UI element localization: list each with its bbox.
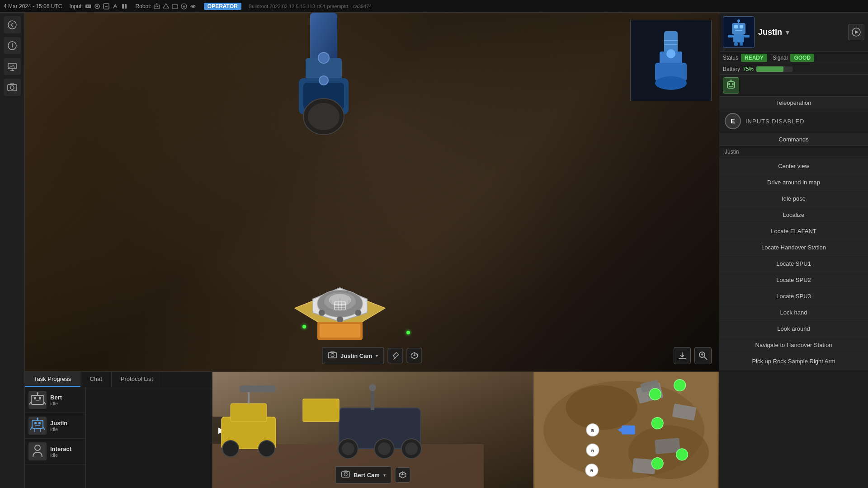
cmd-localize[interactable]: Localize xyxy=(719,207,868,223)
signal-value: GOOD xyxy=(790,54,814,62)
robot-header: Justin ▾ xyxy=(719,13,868,52)
cmd-pickup-rock[interactable]: Pick up Rock Sample Right Arm xyxy=(719,353,868,370)
justin-info: Justin idle xyxy=(50,420,82,432)
robot-icon-4 xyxy=(180,3,188,10)
main-cam-chevron: ▾ xyxy=(376,353,378,358)
bert-avatar xyxy=(28,391,47,409)
svg-line-91 xyxy=(43,427,45,430)
robot-label: Robot: xyxy=(135,3,196,10)
back-button[interactable] xyxy=(4,16,21,33)
interact-avatar xyxy=(28,442,47,460)
cube-button[interactable] xyxy=(406,348,422,363)
bert-cam-panel: ▶ xyxy=(212,372,533,488)
svg-line-90 xyxy=(30,427,32,430)
cmd-look-around[interactable]: Look around xyxy=(719,321,868,337)
left-sidebar: i xyxy=(0,13,25,488)
svg-rect-8 xyxy=(122,4,124,9)
cmd-locate-elafant[interactable]: Locate ELAFANT xyxy=(719,223,868,239)
svg-rect-84 xyxy=(32,420,43,428)
robot-mode-button[interactable] xyxy=(723,77,739,94)
input-label: Input: xyxy=(69,3,128,10)
svg-rect-151 xyxy=(740,42,743,46)
battery-bar-fill xyxy=(756,66,783,72)
svg-rect-148 xyxy=(728,35,733,38)
tab-protocol-list[interactable]: Protocol List xyxy=(112,372,163,387)
svg-point-60 xyxy=(666,49,675,58)
svg-line-73 xyxy=(704,357,707,360)
video-controls-tr xyxy=(674,347,712,364)
bert-name: Bert xyxy=(50,394,82,401)
status-value: READY xyxy=(741,54,767,62)
svg-point-36 xyxy=(318,52,329,63)
cmd-drive-around-map[interactable]: Drive around in map xyxy=(719,174,868,191)
robot-icon-5 xyxy=(189,3,197,10)
cmd-idle-pose[interactable]: Idle pose xyxy=(719,191,868,207)
robot-icon-1 xyxy=(153,3,160,10)
e-stop-label: E xyxy=(731,117,735,125)
pin-button[interactable] xyxy=(387,348,403,363)
svg-point-137 xyxy=(674,380,686,391)
cam-icon xyxy=(328,350,337,361)
bert-cube-button[interactable] xyxy=(395,467,410,483)
svg-point-155 xyxy=(732,83,734,85)
cmd-navigate-handover-station[interactable]: Navigate to Handover Station xyxy=(719,337,868,353)
svg-rect-1 xyxy=(87,5,88,7)
svg-point-102 xyxy=(378,442,391,455)
svg-point-45 xyxy=(355,310,361,316)
svg-rect-78 xyxy=(39,397,41,399)
interact-info: Interact idle xyxy=(50,446,82,458)
svg-rect-86 xyxy=(38,422,41,424)
interact-status: idle xyxy=(50,452,82,458)
cmd-locate-handover-station[interactable]: Locate Handover Station xyxy=(719,239,868,256)
svg-rect-0 xyxy=(85,5,91,8)
tab-task-progress[interactable]: Task Progress xyxy=(25,372,80,387)
signal-label: Signal xyxy=(773,55,788,61)
monitor-button[interactable] xyxy=(4,58,21,75)
svg-point-59 xyxy=(655,76,687,90)
robot-arm-visual xyxy=(233,13,414,184)
commands-robot-label: Justin xyxy=(719,146,868,158)
justin-avatar xyxy=(28,417,47,435)
task-item-interact[interactable]: Interact idle xyxy=(25,439,85,465)
robot-dropdown-arrow[interactable]: ▾ xyxy=(786,28,789,37)
task-item-justin[interactable]: Justin idle xyxy=(25,413,85,439)
svg-line-117 xyxy=(400,474,403,475)
robot-icon-row xyxy=(719,75,868,97)
cmd-locate-spu1[interactable]: Locate SPU1 xyxy=(719,256,868,272)
download-button[interactable] xyxy=(674,347,691,364)
build-info: Buildroot 2022.02.12 5.15.113-rt64-preem… xyxy=(249,4,864,9)
svg-rect-107 xyxy=(231,404,267,422)
battery-text: 75% xyxy=(743,66,754,72)
svg-point-101 xyxy=(342,442,354,455)
left-panel: Task Progress Chat Protocol List Bert id… xyxy=(25,372,212,488)
status-row: Status READY Signal GOOD xyxy=(719,52,868,64)
svg-rect-150 xyxy=(734,42,738,46)
cmd-locate-spu3[interactable]: Locate SPU3 xyxy=(719,288,868,305)
svg-rect-47 xyxy=(320,324,360,338)
svg-rect-127 xyxy=(622,426,635,435)
svg-point-28 xyxy=(10,86,14,89)
zoom-button[interactable] xyxy=(694,347,712,364)
svg-point-121 xyxy=(566,385,637,430)
e-stop-button[interactable]: E xyxy=(725,113,741,129)
tab-chat[interactable]: Chat xyxy=(80,372,111,387)
svg-rect-15 xyxy=(172,5,178,9)
cmd-locate-spu2[interactable]: Locate SPU2 xyxy=(719,272,868,288)
camera-settings-button[interactable] xyxy=(4,79,21,96)
info-button[interactable]: i xyxy=(4,37,21,54)
bert-cam-dropdown[interactable]: Bert Cam ▾ xyxy=(335,466,392,483)
svg-point-4 xyxy=(96,5,98,7)
bottom-panels: Task Progress Chat Protocol List Bert id… xyxy=(25,371,719,488)
svg-rect-12 xyxy=(157,6,158,7)
status-label: Status xyxy=(723,55,738,61)
map-svg: B B B xyxy=(533,372,719,488)
robot-action-button[interactable] xyxy=(848,24,864,40)
svg-point-81 xyxy=(37,392,38,394)
main-cam-name: Justin Cam xyxy=(340,352,372,359)
cmd-center-view[interactable]: Center view xyxy=(719,158,868,174)
bert-cam-label-bar: Bert Cam ▾ xyxy=(335,466,410,483)
cmd-lock-hand[interactable]: Lock hand xyxy=(719,305,868,321)
task-item-bert[interactable]: Bert idle xyxy=(25,387,85,413)
mini-viewport xyxy=(630,20,712,101)
main-cam-dropdown[interactable]: Justin Cam ▾ xyxy=(322,347,384,364)
